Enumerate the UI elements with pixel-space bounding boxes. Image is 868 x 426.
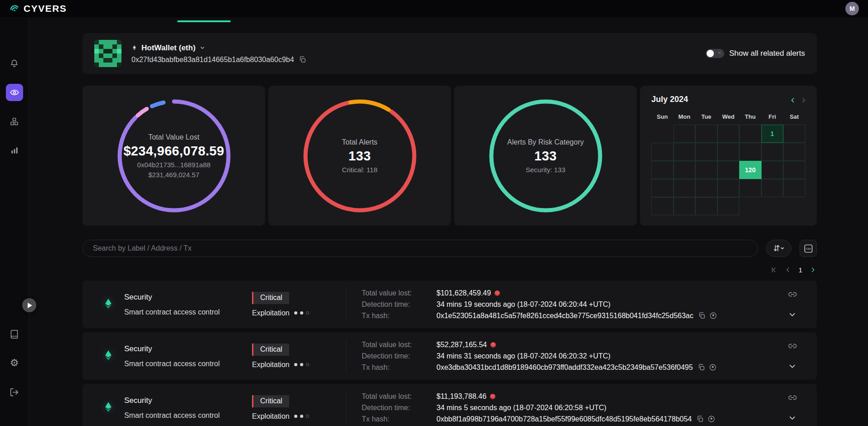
calendar-cell[interactable] [739,143,761,161]
calendar-cell[interactable] [761,143,784,161]
search-input[interactable] [82,240,758,257]
etherscan-icon [708,415,715,423]
sidebar-item-monitoring[interactable] [6,84,23,101]
cyvers-logo-icon [9,3,20,14]
day-header: Wed [718,113,740,120]
total-value-lost: $11,193,788.46 [436,392,486,401]
next-page-button[interactable] [809,266,817,274]
topbar: CYVERS M [0,0,868,17]
export-csv-button[interactable]: CSV [800,240,817,257]
alert-row[interactable]: Security Smart contract access control C… [82,384,817,426]
calendar-cell[interactable] [739,179,761,197]
calendar-cell[interactable] [718,179,740,197]
wallet-name: HotWallet (eth) [141,44,195,53]
etherscan-icon [709,363,717,371]
calendar-cell[interactable] [718,197,740,215]
etherscan-icon [709,312,717,320]
tx-hash: 0x1e523051a8a481c5a57fe8261cced4cb3e775c… [436,312,693,320]
calendar-cell[interactable] [651,125,674,143]
alert-link-icon[interactable] [788,290,797,299]
explorer-link-button[interactable] [708,415,715,423]
total-value-lost: $101,628,459.49 [436,289,491,297]
first-page-button[interactable] [770,266,777,274]
calendar-cell[interactable] [783,143,805,161]
alerts-list: Security Smart contract access control C… [82,281,817,426]
day-header: Fri [761,113,784,120]
stat-subtext: $231,469,024.57 [148,171,199,179]
user-avatar[interactable]: M [845,2,859,15]
label-tx-hash: Tx hash: [362,312,436,320]
sidebar-item-logout[interactable] [6,383,23,401]
calendar-cell[interactable] [783,179,805,197]
calendar-cell[interactable] [674,143,696,161]
alert-expand-chevron-icon[interactable] [788,362,797,371]
calendar-cell[interactable] [783,161,805,179]
play-icon [28,303,32,308]
alert-expand-chevron-icon[interactable] [788,413,797,422]
label-detection-time: Detection time: [362,352,436,360]
alert-link-icon[interactable] [788,393,797,402]
calendar-cell[interactable] [761,179,784,197]
day-header: Mon [674,113,696,120]
calendar-cell[interactable] [739,197,761,215]
show-related-alerts-toggle[interactable]: ✕ Show all related alerts [706,49,805,58]
calendar-cell[interactable]: 1 [761,125,784,143]
main-content: HotWallet (eth) 0x27fd43babfbe83a81d1466… [29,17,868,426]
calendar-cell[interactable] [674,161,696,179]
calendar-cell[interactable] [674,125,696,143]
calendar-cell[interactable] [651,197,674,215]
calendar-cell[interactable] [695,161,718,179]
current-page[interactable]: 1 [799,266,802,274]
copy-tx-hash-button[interactable] [698,363,705,371]
sort-button[interactable] [766,240,791,257]
label-detection-time: Detection time: [362,300,436,309]
calendar-cell[interactable] [674,197,696,215]
calendar-cell[interactable]: 120 [739,161,761,179]
copy-tx-hash-button[interactable] [698,312,706,320]
calendar-next-icon[interactable]: › [802,96,805,104]
calendar-cell[interactable] [718,161,740,179]
play-button[interactable] [22,298,36,312]
calendar-cell[interactable] [651,179,674,197]
calendar-cell[interactable] [695,179,718,197]
stat-value: $234,966,078.59 [123,144,224,159]
alert-phase: Exploitation [252,309,290,317]
alert-row[interactable]: Security Smart contract access control C… [82,281,817,328]
calendar-cell[interactable] [761,197,784,215]
tx-hash: 0xe3dba30431bcd1d8b9189460cb973ff0addf33… [436,363,693,372]
explorer-link-button[interactable] [709,363,717,371]
prev-page-button[interactable] [784,266,792,274]
stat-card-risk-category: Alerts By Risk Category 133 Security: 13… [454,86,637,226]
stat-subtext: Critical: 118 [342,166,377,174]
calendar-cell[interactable] [651,161,674,179]
calendar-cell[interactable] [695,143,718,161]
calendar-cell[interactable] [761,161,784,179]
calendar-cell[interactable] [739,125,761,143]
calendar-prev-icon[interactable]: ‹ [791,96,795,104]
phase-progress-dots [294,363,309,366]
alert-link-icon[interactable] [788,342,797,350]
stat-value: 133 [349,149,371,164]
sidebar-item-settings[interactable]: ⚙ [6,354,23,372]
sidebar-item-assets[interactable] [6,113,23,130]
calendar-cell[interactable] [783,197,805,215]
alert-row[interactable]: Security Smart contract access control C… [82,332,817,380]
alert-expand-chevron-icon[interactable] [788,310,797,319]
sidebar-item-docs[interactable] [6,325,23,343]
alert-category: Security [124,293,252,302]
calendar-cell[interactable] [783,125,805,143]
copy-address-button[interactable] [299,56,306,63]
calendar-cell[interactable] [695,197,718,215]
sidebar-item-alerts[interactable] [6,55,23,72]
calendar-cell[interactable] [695,125,718,143]
copy-tx-hash-button[interactable] [696,415,704,423]
wallet-selector[interactable]: HotWallet (eth) [131,44,306,53]
calendar-cell[interactable] [674,179,696,197]
explorer-link-button[interactable] [709,312,717,320]
calendar-cell[interactable] [718,125,740,143]
stat-title: Alerts By Risk Category [507,138,584,146]
sidebar-item-analytics[interactable] [6,142,23,159]
stat-card-total-value-lost: Total Value Lost $234,966,078.59 0x04b21… [82,86,265,226]
calendar-cell[interactable] [651,143,674,161]
calendar-cell[interactable] [718,143,740,161]
